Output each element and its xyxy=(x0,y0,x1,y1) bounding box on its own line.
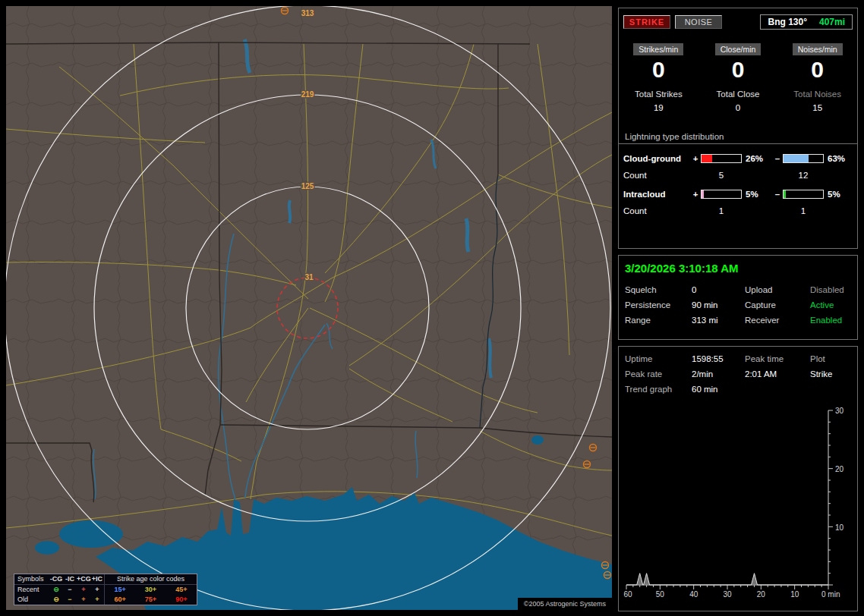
svg-text:40: 40 xyxy=(689,590,698,599)
cg-positive-bar-fill xyxy=(702,155,712,162)
range-label: Range xyxy=(625,316,692,325)
plus-sign: + xyxy=(690,154,701,163)
trend-y-ticks xyxy=(828,410,833,585)
bearing-range: 407mi xyxy=(819,17,845,27)
noise-mode-button[interactable]: NOISE xyxy=(675,15,722,29)
noises-per-min-value: 0 xyxy=(777,57,857,83)
svg-text:10: 10 xyxy=(835,523,844,532)
ring-label-219: 219 xyxy=(301,90,314,99)
trend-y-labels: 30 20 10 xyxy=(835,407,844,532)
age-30: 30+ xyxy=(135,585,166,595)
range-value: 313 mi xyxy=(692,316,745,325)
bearing-display: Bng 130° 407mi xyxy=(760,14,853,30)
old-neg-cg-icon: ⊖ xyxy=(49,595,63,605)
legend-col-neg-cg: -CG xyxy=(49,574,63,584)
ic-positive-count: 1 xyxy=(701,206,742,215)
intracloud-count-row: Count 1 1 xyxy=(619,206,857,215)
squelch-label: Squelch xyxy=(625,285,692,294)
plot-value: Strike xyxy=(810,369,851,379)
total-strikes-value: 19 xyxy=(619,103,698,112)
cg-negative-count: 12 xyxy=(783,171,824,180)
age-75: 75+ xyxy=(135,595,166,605)
svg-text:10: 10 xyxy=(790,590,799,599)
copyright-notice: ©2005 Astrogenic Systems xyxy=(518,598,612,610)
persistence-value: 90 min xyxy=(692,300,745,310)
ic-positive-bar xyxy=(701,190,742,199)
map-legend: Symbols -CG -IC +CG +IC Strike age color… xyxy=(14,574,197,605)
legend-col-pos-cg: +CG xyxy=(77,574,90,584)
legend-recent-row: Recent ⊖ − + + 15+ 30+ 45+ xyxy=(14,585,197,595)
map-canvas[interactable]: 313 219 125 31 xyxy=(6,6,612,610)
upload-label: Upload xyxy=(745,285,810,294)
total-close-label: Total Close xyxy=(698,90,778,99)
noises-rate-column: Noises/min 0 Total Noises 15 xyxy=(777,43,857,112)
strikes-rate-column: Strikes/min 0 Total Strikes 19 xyxy=(619,43,698,112)
ring-label-313: 313 xyxy=(301,9,314,17)
bearing-label: Bng 130° xyxy=(768,17,806,27)
svg-text:30: 30 xyxy=(835,407,844,415)
status-row-squelch: Squelch 0 Upload Disabled xyxy=(619,282,857,297)
noises-per-min-label: Noises/min xyxy=(793,43,843,55)
recent-neg-ic-icon: − xyxy=(63,585,77,595)
legend-recent-label: Recent xyxy=(14,585,49,595)
close-per-min-label: Close/min xyxy=(715,43,762,55)
legend-age-title: Strike age color codes xyxy=(104,574,197,584)
close-rate-column: Close/min 0 Total Close 0 xyxy=(698,43,778,112)
stats-row-3: Trend graph 60 min xyxy=(619,382,857,397)
trend-x-labels: 60 50 40 30 20 10 0 min xyxy=(623,590,840,599)
recent-neg-cg-icon: ⊖ xyxy=(49,585,63,595)
cloud-ground-label: Cloud-ground xyxy=(623,154,690,163)
total-noises-value: 15 xyxy=(777,103,857,112)
age-15: 15+ xyxy=(105,585,135,595)
strikes-per-min-value: 0 xyxy=(619,57,698,83)
receiver-status: Enabled xyxy=(810,316,851,325)
intracloud-row: Intracloud + 5% – 5% xyxy=(619,190,857,199)
receiver-label: Receiver xyxy=(745,316,810,325)
plus-sign: + xyxy=(690,190,701,199)
uptime-value: 1598:55 xyxy=(692,354,745,363)
capture-status: Active xyxy=(810,300,851,310)
trend-section: Uptime 1598:55 Peak time Plot Peak rate … xyxy=(618,346,858,611)
trend-graph-label: Trend graph xyxy=(625,385,692,394)
ring-label-31: 31 xyxy=(304,273,314,281)
old-pos-ic-icon: + xyxy=(90,595,104,605)
legend-old-row: Old ⊖ − + + 60+ 75+ 90+ xyxy=(14,595,197,605)
stats-row-1: Uptime 1598:55 Peak time Plot xyxy=(619,351,857,366)
count-label: Count xyxy=(623,171,690,180)
recent-pos-ic-icon: + xyxy=(90,585,104,595)
strike-mode-button[interactable]: STRIKE xyxy=(623,15,670,29)
clock-datetime: 3/20/2026 3:10:18 AM xyxy=(619,256,857,282)
svg-text:60: 60 xyxy=(623,590,632,599)
legend-col-pos-ic: +IC xyxy=(90,574,104,584)
status-row-persistence: Persistence 90 min Capture Active xyxy=(619,297,857,313)
trend-x-ticks xyxy=(626,585,828,589)
distribution-title: Lightning type distribution xyxy=(619,132,857,144)
old-neg-ic-icon: − xyxy=(63,595,77,605)
age-60: 60+ xyxy=(105,595,135,605)
peak-time-value: 2:01 AM xyxy=(745,369,810,379)
svg-text:50: 50 xyxy=(656,590,665,599)
ic-negative-bar xyxy=(783,190,824,199)
minus-sign: – xyxy=(772,190,783,199)
legend-old-label: Old xyxy=(14,595,49,605)
svg-text:0 min: 0 min xyxy=(821,590,840,599)
minus-sign: – xyxy=(772,154,783,163)
old-pos-cg-icon: + xyxy=(77,595,90,605)
plot-label: Plot xyxy=(810,354,851,363)
total-close-value: 0 xyxy=(698,103,778,112)
ic-negative-pct: 5% xyxy=(824,190,854,199)
age-45: 45+ xyxy=(166,585,197,595)
capture-label: Capture xyxy=(745,300,810,310)
total-strikes-label: Total Strikes xyxy=(619,90,698,99)
cg-negative-bar xyxy=(783,154,824,163)
cg-positive-pct: 26% xyxy=(742,154,772,163)
close-per-min-value: 0 xyxy=(698,57,778,83)
ic-positive-bar-fill xyxy=(702,190,704,198)
right-panel: STRIKE NOISE Bng 130° 407mi Strikes/min … xyxy=(618,0,859,616)
intracloud-label: Intracloud xyxy=(623,190,690,199)
total-noises-label: Total Noises xyxy=(777,90,857,99)
count-label: Count xyxy=(623,206,690,215)
persistence-label: Persistence xyxy=(625,300,692,310)
trend-graph-window: 60 min xyxy=(692,385,745,394)
uptime-label: Uptime xyxy=(625,354,692,363)
